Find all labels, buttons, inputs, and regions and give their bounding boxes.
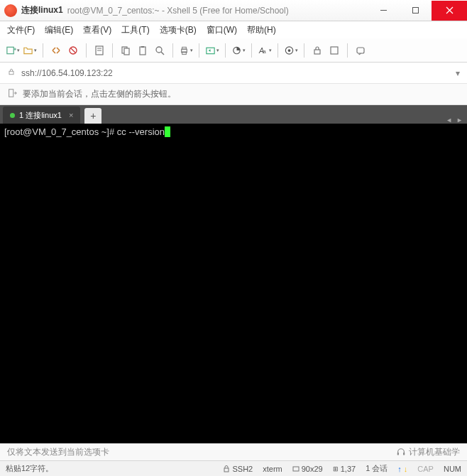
app-icon (4, 4, 17, 17)
print-button[interactable]: ▾ (179, 43, 193, 58)
tab-close-icon[interactable]: × (69, 111, 73, 119)
lock-icon (223, 465, 230, 472)
menubar: 文件(F) 编辑(E) 查看(V) 工具(T) 选项卡(B) 窗口(W) 帮助(… (0, 21, 467, 38)
svg-rect-19 (182, 47, 187, 49)
svg-line-8 (71, 48, 75, 53)
send-mode-text: 仅将文本发送到当前选项卡 (7, 446, 109, 458)
copy-button[interactable] (119, 43, 133, 58)
svg-rect-34 (224, 468, 229, 472)
bookmark-arrow-icon[interactable] (7, 88, 17, 100)
lock-button[interactable] (310, 43, 324, 58)
close-button[interactable] (432, 1, 467, 21)
bottom-hint-bar: 仅将文本发送到当前选项卡 计算机基础学 (0, 443, 467, 460)
terminal-cursor (165, 126, 170, 137)
status-traffic: ↑ ↓ (397, 465, 407, 473)
tab-next-icon[interactable]: ► (456, 117, 463, 124)
status-ssh: SSH2 (223, 465, 253, 473)
svg-rect-28 (331, 47, 338, 54)
font-button[interactable]: Aa▾ (258, 43, 272, 58)
properties-button[interactable] (92, 43, 106, 58)
connection-status-dot (10, 113, 15, 118)
svg-rect-29 (357, 48, 364, 53)
svg-rect-33 (403, 453, 405, 455)
status-bar: 粘贴12字符。 SSH2 xterm 90x29 ⊞ 1,37 1 会话 ↑ ↓… (0, 460, 467, 476)
svg-text:a: a (263, 48, 267, 54)
tab-bar: 1 连接linux1 × + ◄ ► (0, 105, 467, 124)
svg-rect-32 (397, 453, 399, 455)
toolbar: ▾ ▾ ▾ ▾ ▾ Aa▾ ▾ (0, 38, 467, 63)
svg-rect-30 (9, 71, 13, 75)
color-button[interactable]: ▾ (231, 43, 246, 58)
hint-text: 要添加当前会话，点击左侧的箭头按钮。 (23, 88, 176, 100)
new-tab-button[interactable]: + (84, 108, 101, 124)
svg-rect-1 (413, 8, 419, 13)
command-text: cc --version (117, 126, 165, 137)
prompt: [root@VM_0_7_centos ~]# (4, 126, 117, 137)
address-text[interactable]: ssh://106.54.109.123:22 (21, 68, 450, 78)
open-button[interactable]: ▾ (23, 43, 37, 58)
upload-arrow-icon: ↑ (397, 465, 402, 473)
status-pos: ⊞ 1,37 (333, 465, 356, 473)
svg-rect-27 (314, 50, 320, 54)
titlebar: 连接linux1 root@VM_0_7_centos:~ - Xshell 5… (0, 0, 467, 21)
help-button[interactable] (353, 43, 368, 58)
window-title-main: 连接linux1 (21, 4, 63, 16)
address-bar: ssh://106.54.109.123:22 ▾ (0, 63, 467, 84)
download-arrow-icon: ↓ (404, 465, 408, 473)
status-message: 粘贴12字符。 (6, 463, 213, 474)
paste-button[interactable] (136, 43, 150, 58)
fullscreen-button[interactable] (327, 43, 341, 58)
window-controls (368, 1, 467, 21)
tab-nav: ◄ ► (446, 117, 463, 124)
menu-help[interactable]: 帮助(H) (247, 24, 276, 36)
svg-rect-15 (141, 46, 144, 48)
size-icon (292, 465, 300, 472)
menu-view[interactable]: 查看(V) (83, 24, 111, 36)
reconnect-button[interactable] (49, 43, 63, 58)
menu-edit[interactable]: 编辑(E) (45, 24, 73, 36)
status-size: 90x29 (292, 465, 323, 473)
address-dropdown-icon[interactable]: ▾ (456, 68, 460, 78)
session-tab[interactable]: 1 连接linux1 × (3, 107, 80, 124)
status-caps: CAP (417, 465, 434, 473)
menu-window[interactable]: 窗口(W) (207, 24, 237, 36)
menu-file[interactable]: 文件(F) (7, 24, 35, 36)
disconnect-button[interactable] (66, 43, 80, 58)
minimize-button[interactable] (368, 1, 400, 21)
svg-rect-13 (124, 48, 129, 55)
menu-tools[interactable]: 工具(T) (121, 24, 149, 36)
status-num: NUM (444, 465, 461, 473)
xftp-button[interactable]: ▾ (205, 43, 219, 58)
headset-icon (396, 448, 406, 458)
svg-point-16 (156, 47, 162, 53)
watermark: 计算机基础学 (396, 446, 460, 458)
terminal-line: [root@VM_0_7_centos ~]# cc --version (4, 126, 463, 137)
hint-bar: 要添加当前会话，点击左侧的箭头按钮。 (0, 84, 467, 105)
maximize-button[interactable] (400, 1, 432, 21)
svg-rect-31 (9, 90, 13, 97)
svg-rect-14 (140, 47, 145, 55)
svg-line-17 (161, 52, 164, 55)
new-session-button[interactable]: ▾ (6, 43, 20, 58)
terminal[interactable]: [root@VM_0_7_centos ~]# cc --version (0, 124, 467, 443)
svg-rect-35 (293, 467, 299, 471)
svg-point-26 (288, 49, 291, 52)
svg-rect-4 (7, 47, 13, 53)
watermark-text: 计算机基础学 (409, 446, 460, 458)
find-button[interactable] (153, 43, 167, 58)
status-termtype: xterm (263, 465, 282, 473)
script-button[interactable]: ▾ (284, 43, 298, 58)
tab-label: 1 连接linux1 (19, 110, 62, 121)
status-session: 1 会话 (366, 463, 388, 474)
menu-tabs[interactable]: 选项卡(B) (160, 24, 197, 36)
window-title-sub: root@VM_0_7_centos:~ - Xshell 5 (Free fo… (67, 6, 289, 16)
tab-prev-icon[interactable]: ◄ (446, 117, 452, 124)
lock-icon (7, 67, 16, 78)
